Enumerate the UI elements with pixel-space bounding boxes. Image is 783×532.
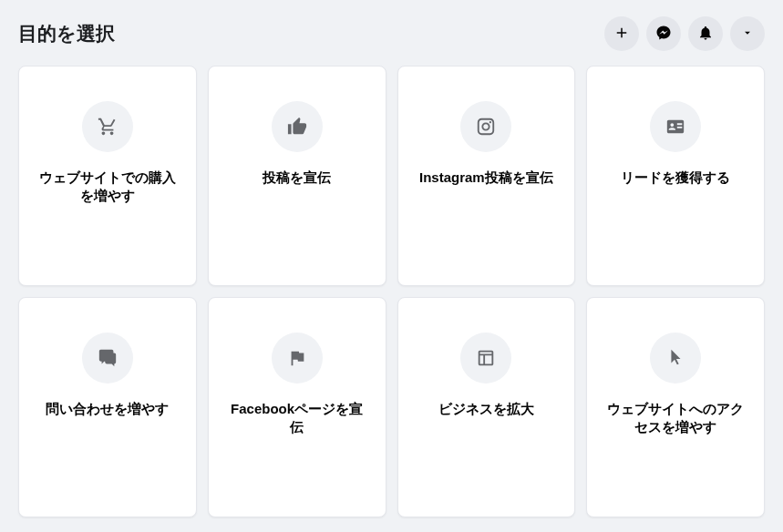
objective-card-promote-page[interactable]: Facebookページを宣伝: [208, 297, 386, 517]
chat-icon: [82, 332, 133, 384]
objective-label: ウェブサイトへのアクセスを増やす: [603, 400, 748, 437]
layout-icon: [460, 332, 511, 384]
objective-label: 投稿を宣伝: [263, 169, 331, 187]
header: 目的を選択: [18, 0, 765, 66]
objective-label: ウェブサイトでの購入を増やす: [35, 169, 180, 206]
objective-label: ビジネスを拡大: [438, 400, 534, 418]
objective-card-grow-business[interactable]: ビジネスを拡大: [397, 297, 576, 517]
caret-down-icon: [741, 26, 754, 42]
messenger-icon: [655, 25, 672, 44]
objectives-grid: ウェブサイトでの購入を増やす 投稿を宣伝 Instagram投稿を宣伝 リードを…: [18, 66, 765, 517]
cart-icon: [82, 101, 133, 152]
objective-card-get-messages[interactable]: 問い合わせを増やす: [18, 297, 197, 517]
objective-label: Instagram投稿を宣伝: [419, 169, 553, 187]
messenger-button[interactable]: [646, 16, 681, 51]
thumbs-up-icon: [272, 101, 323, 152]
instagram-icon: [460, 101, 511, 152]
plus-icon: [613, 25, 630, 44]
objective-card-get-leads[interactable]: リードを獲得する: [586, 66, 765, 286]
header-actions: [604, 16, 765, 51]
bell-icon: [697, 25, 714, 44]
objective-label: 問い合わせを増やす: [46, 400, 169, 418]
objective-card-website-visitors[interactable]: ウェブサイトへのアクセスを増やす: [586, 297, 765, 517]
objective-card-instagram-post[interactable]: Instagram投稿を宣伝: [397, 66, 576, 286]
objective-label: リードを獲得する: [621, 169, 730, 187]
objective-card-boost-post[interactable]: 投稿を宣伝: [208, 66, 386, 286]
cursor-icon: [650, 332, 701, 384]
account-menu-button[interactable]: [730, 16, 765, 51]
id-card-icon: [650, 101, 701, 152]
objective-card-website-purchases[interactable]: ウェブサイトでの購入を増やす: [18, 66, 197, 286]
notifications-button[interactable]: [688, 16, 723, 51]
objective-label: Facebookページを宣伝: [224, 400, 370, 437]
page-title: 目的を選択: [18, 21, 115, 46]
create-button[interactable]: [604, 16, 639, 51]
flag-icon: [272, 332, 323, 384]
